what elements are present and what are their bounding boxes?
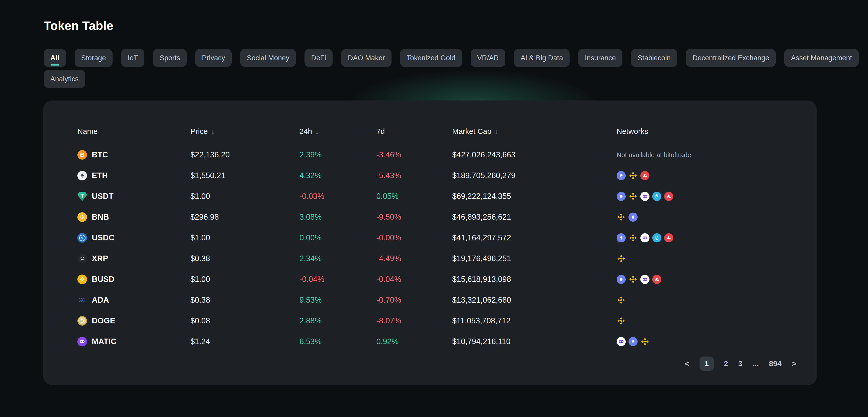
table-row[interactable]: XRP$0.382.34%-4.49%$19,176,496,251 <box>78 248 797 269</box>
table-row[interactable]: TUSDT$1.00-0.03%0.05%$69,222,124,355 <box>78 186 797 207</box>
token-symbol: DOGE <box>92 316 115 325</box>
polygon-network-icon <box>640 275 649 284</box>
column-header-mcap[interactable]: Market Cap↓ <box>452 127 617 136</box>
token-name-cell: ETH <box>78 171 190 180</box>
table-body: BBTC$22,136.202.39%-3.46%$427,026,243,66… <box>78 145 797 352</box>
token-24h-change: 9.53% <box>300 296 376 305</box>
binance-network-icon <box>617 296 626 305</box>
column-header-price[interactable]: Price↓ <box>190 127 300 136</box>
token-market-cap: $189,705,260,279 <box>452 171 617 180</box>
filter-chip-insurance[interactable]: Insurance <box>578 49 622 67</box>
polygon-network-icon <box>617 337 626 346</box>
fantom-network-icon <box>652 192 661 201</box>
token-networks <box>617 171 797 180</box>
filter-chip-social-money[interactable]: Social Money <box>240 49 296 67</box>
pagination-page-3[interactable]: 3 <box>738 360 743 367</box>
binance-network-icon <box>628 171 638 180</box>
pagination: <123...894> <box>78 357 797 371</box>
token-networks <box>617 316 797 325</box>
table-row[interactable]: BUSD$1.00-0.04%-0.04%$15,618,913,098 <box>78 269 797 290</box>
token-symbol: USDT <box>92 192 114 201</box>
filter-chip-label: AI & Big Data <box>521 54 563 62</box>
filter-chip-ai-big-data[interactable]: AI & Big Data <box>514 49 569 67</box>
sort-desc-icon[interactable]: ↓ <box>494 127 498 136</box>
table-row[interactable]: ETH$1,550.214.32%-5.43%$189,705,260,279 <box>78 165 797 186</box>
column-label: Name <box>78 127 98 136</box>
token-market-cap: $69,222,124,355 <box>452 192 617 201</box>
filter-chip-storage[interactable]: Storage <box>74 49 113 67</box>
filter-chip-asset-management[interactable]: Asset Management <box>784 49 858 67</box>
pagination-page-2[interactable]: 2 <box>724 360 728 367</box>
table-header: NamePrice↓24h↓7dMarket Cap↓Networks <box>78 126 797 137</box>
token-7d-change: -5.43% <box>376 171 452 180</box>
token-networks <box>617 296 797 305</box>
token-networks <box>617 254 797 263</box>
token-market-cap: $41,164,297,572 <box>452 233 617 242</box>
filter-chip-dao-maker[interactable]: DAO Maker <box>341 49 391 67</box>
filter-chip-label: VR/AR <box>477 54 499 62</box>
filter-chip-vr-ar[interactable]: VR/AR <box>471 49 505 67</box>
pagination-page-894[interactable]: 894 <box>769 360 781 367</box>
bnb-coin-icon <box>78 212 87 222</box>
token-7d-change: -0.00% <box>376 233 452 242</box>
pagination-ellipsis: ... <box>752 360 759 367</box>
token-7d-change: -0.04% <box>376 275 452 284</box>
column-label: Networks <box>617 127 648 136</box>
filter-chip-sports[interactable]: Sports <box>153 49 187 67</box>
table-row[interactable]: BBTC$22,136.202.39%-3.46%$427,026,243,66… <box>78 145 797 165</box>
eth-coin-icon <box>78 171 87 180</box>
filter-chip-label: Privacy <box>202 54 225 62</box>
token-networks <box>617 275 797 284</box>
column-label: 7d <box>376 127 385 136</box>
column-label: Price <box>190 127 208 136</box>
ethereum-network-icon <box>628 337 638 346</box>
filter-chip-analytics[interactable]: Analytics <box>44 70 85 88</box>
binance-network-icon <box>628 233 638 242</box>
filter-chip-all[interactable]: All <box>44 49 66 67</box>
filter-chip-iot[interactable]: IoT <box>121 49 145 67</box>
column-header-d7: 7d <box>376 127 452 136</box>
filter-chip-label: IoT <box>128 54 138 62</box>
table-row[interactable]: BNB$296.983.08%-9.50%$46,893,256,621 <box>78 207 797 228</box>
token-price: $22,136.20 <box>190 150 300 159</box>
token-24h-change: 2.34% <box>300 254 376 263</box>
btc-coin-icon: B <box>78 150 87 160</box>
avalanche-network-icon <box>664 233 673 242</box>
filter-chip-label: Tokenized Gold <box>407 54 456 62</box>
filter-chip-decentralized-exchange[interactable]: Decentralized Exchange <box>686 49 776 67</box>
column-header-h24[interactable]: 24h↓ <box>300 127 376 136</box>
pagination-page-1[interactable]: 1 <box>700 357 714 371</box>
doge-coin-icon: Ð <box>78 316 87 326</box>
token-networks <box>617 213 797 222</box>
filter-chip-defi[interactable]: DeFi <box>305 49 333 67</box>
binance-network-icon <box>640 337 649 346</box>
token-networks <box>617 337 797 346</box>
filter-chip-label: Insurance <box>585 54 616 62</box>
token-symbol: BNB <box>92 213 109 222</box>
pagination-next-button[interactable]: > <box>792 360 797 368</box>
ethereum-network-icon <box>617 233 626 242</box>
filter-chip-privacy[interactable]: Privacy <box>195 49 232 67</box>
filter-row: AllStorageIoTSportsPrivacySocial MoneyDe… <box>44 49 868 67</box>
token-name-cell: ADA <box>78 295 190 305</box>
avalanche-network-icon <box>640 171 649 180</box>
token-24h-change: 4.32% <box>300 171 376 180</box>
binance-network-icon <box>617 254 626 263</box>
filter-chip-tokenized-gold[interactable]: Tokenized Gold <box>400 49 462 67</box>
sort-desc-icon[interactable]: ↓ <box>315 127 319 136</box>
filter-chip-label: Sports <box>160 54 180 62</box>
table-row[interactable]: ÐDOGE$0.082.88%-8.07%$11,053,708,712 <box>78 310 797 331</box>
sort-desc-icon[interactable]: ↓ <box>211 127 215 136</box>
token-name-cell: BUSD <box>78 274 190 284</box>
table-row[interactable]: ADA$0.389.53%-0.70%$13,321,062,680 <box>78 290 797 310</box>
token-24h-change: 3.08% <box>300 213 376 222</box>
binance-network-icon <box>628 275 638 284</box>
pagination-prev-button[interactable]: < <box>685 360 689 368</box>
xrp-coin-icon <box>78 254 87 263</box>
filter-chip-stablecoin[interactable]: Stablecoin <box>631 49 677 67</box>
table-row[interactable]: MATIC$1.246.53%0.92%$10,794,216,110 <box>78 331 797 352</box>
table-row[interactable]: $USDC$1.000.00%-0.00%$41,164,297,572 <box>78 228 797 248</box>
filter-row: Analytics <box>44 70 868 88</box>
column-header-name: Name <box>78 127 190 136</box>
page-title: Token Table <box>0 0 868 33</box>
